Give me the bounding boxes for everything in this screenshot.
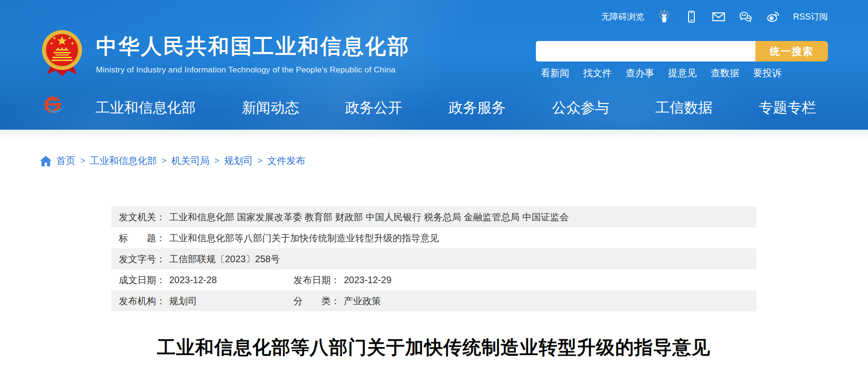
weibo-icon[interactable] <box>766 10 780 24</box>
breadcrumb-separator: > <box>258 156 263 166</box>
robot-assistant-icon[interactable] <box>657 10 671 24</box>
mail-icon[interactable] <box>711 10 726 24</box>
meta-value: 工业和信息化部等八部门关于加快传统制造业转型升级的指导意见 <box>169 232 439 245</box>
meta-value: 产业政策 <box>344 295 381 308</box>
meta-value: 工业和信息化部 国家发展改革委 教育部 财政部 中国人民银行 税务总局 金融监管… <box>169 211 569 224</box>
page: 无障碍浏览 <box>0 0 868 369</box>
national-emblem-logo <box>41 29 84 77</box>
meta-value: 2023-12-29 <box>344 275 392 286</box>
meta-value: 2023-12-28 <box>169 275 217 286</box>
breadcrumb-separator: > <box>214 156 220 166</box>
meta-label: 成文日期： <box>119 274 166 287</box>
breadcrumb-home[interactable]: 首页 <box>56 154 75 167</box>
miit-nav-logo-icon <box>42 95 68 117</box>
quick-links: 看新闻 找文件 查办事 提意见 查数据 要投诉 <box>541 67 782 80</box>
meta-label: 标 题： <box>119 232 166 245</box>
header-shadow <box>0 130 868 140</box>
breadcrumb-planning-dept[interactable]: 规划司 <box>224 154 253 167</box>
meta-label: 发布日期： <box>293 274 340 287</box>
mobile-icon[interactable] <box>684 10 699 24</box>
quicklink-services[interactable]: 查办事 <box>626 67 654 80</box>
nav-item-news[interactable]: 新闻动态 <box>242 98 299 118</box>
nav-item-gov-disclosure[interactable]: 政务公开 <box>345 98 402 118</box>
site-header: 无障碍浏览 <box>0 0 868 130</box>
meta-label: 发文机关： <box>119 211 166 224</box>
search-input[interactable] <box>536 41 755 62</box>
meta-row-dates: 成文日期： 2023-12-28 发布日期： 2023-12-29 <box>111 269 756 290</box>
search-bar: 统一搜索 <box>536 41 828 62</box>
article-title: 工业和信息化部等八部门关于加快传统制造业转型升级的指导意见 <box>111 335 756 360</box>
nav-item-public-participation[interactable]: 公众参与 <box>552 98 609 118</box>
document-meta-table: 发文机关： 工业和信息化部 国家发展改革委 教育部 财政部 中国人民银行 税务总… <box>111 206 756 311</box>
quicklink-feedback[interactable]: 提意见 <box>668 67 697 80</box>
site-subtitle-en: Ministry of Industry and Information Tec… <box>96 65 410 75</box>
breadcrumb-separator: > <box>162 156 167 166</box>
quicklink-data[interactable]: 查数据 <box>711 67 739 80</box>
rss-link[interactable]: RSS订阅 <box>793 11 828 22</box>
meta-label: 发文字号： <box>119 253 166 266</box>
meta-row-title: 标 题： 工业和信息化部等八部门关于加快传统制造业转型升级的指导意见 <box>111 227 756 248</box>
breadcrumb-departments[interactable]: 机关司局 <box>171 154 209 167</box>
meta-label: 分 类： <box>293 295 340 308</box>
topbar: 无障碍浏览 <box>601 8 828 26</box>
main-nav: 工业和信息化部 新闻动态 政务公开 政务服务 公众参与 工信数据 专题专栏 <box>95 98 816 118</box>
nav-item-special-topics[interactable]: 专题专栏 <box>759 98 816 118</box>
breadcrumb-separator: > <box>80 156 85 166</box>
quicklink-documents[interactable]: 找文件 <box>583 67 612 80</box>
breadcrumb: 首页 > 工业和信息化部 > 机关司局 > 规划司 > 文件发布 <box>40 154 305 167</box>
meta-value: 工信部联规〔2023〕258号 <box>169 253 280 266</box>
nav-item-miit-data[interactable]: 工信数据 <box>655 98 712 118</box>
breadcrumb-document-release[interactable]: 文件发布 <box>267 154 305 167</box>
meta-value: 规划司 <box>169 295 198 308</box>
accessibility-link[interactable]: 无障碍浏览 <box>601 11 644 22</box>
quicklink-complaint[interactable]: 要投诉 <box>753 67 782 80</box>
meta-row-document-number: 发文字号： 工信部联规〔2023〕258号 <box>111 248 756 269</box>
search-button[interactable]: 统一搜索 <box>755 41 828 62</box>
nav-item-gov-services[interactable]: 政务服务 <box>449 98 506 118</box>
meta-label: 发布机构： <box>119 295 166 308</box>
meta-row-issuing-agency: 发文机关： 工业和信息化部 国家发展改革委 教育部 财政部 中国人民银行 税务总… <box>111 206 756 227</box>
breadcrumb-ministry[interactable]: 工业和信息化部 <box>90 154 157 167</box>
brand: 中华人民共和国工业和信息化部 Ministry of Industry and … <box>41 29 410 77</box>
site-title: 中华人民共和国工业和信息化部 <box>96 32 410 61</box>
quicklink-news[interactable]: 看新闻 <box>541 67 569 80</box>
wechat-icon[interactable] <box>739 10 753 24</box>
home-icon[interactable] <box>40 156 52 166</box>
meta-row-publisher-category: 发布机构： 规划司 分 类： 产业政策 <box>111 290 756 311</box>
nav-item-ministry[interactable]: 工业和信息化部 <box>95 98 196 118</box>
